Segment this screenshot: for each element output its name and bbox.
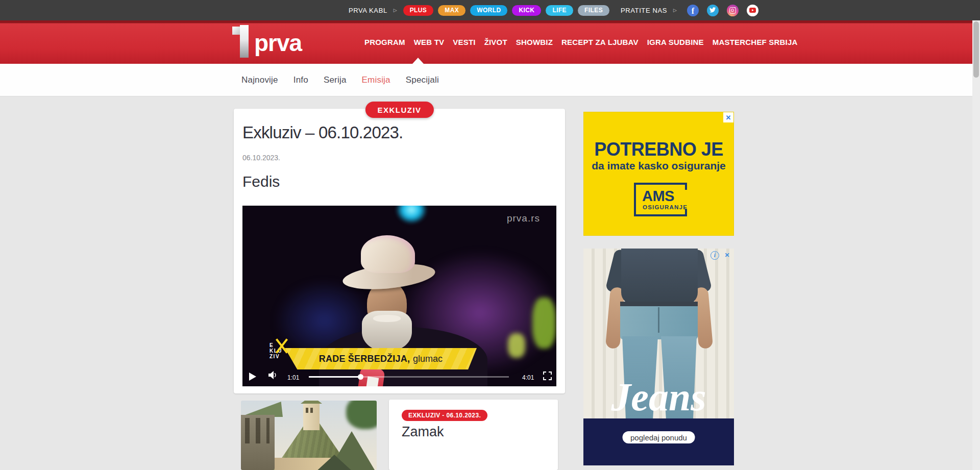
social-icons: f [687, 5, 758, 16]
article-card: EXKLUZIV Exkluziv – 06.10.2023. 06.10.20… [234, 109, 565, 393]
main-header: prva PROGRAMWEB TVVESTIŽIVOTSHOWBIZRECEP… [0, 20, 980, 64]
nav-item-igra-sudbine[interactable]: IGRA SUDBINE [647, 38, 704, 46]
video-frame-microphone [366, 377, 379, 386]
nav-item-recept-za-ljubav[interactable]: RECEPT ZA LJUBAV [561, 38, 639, 46]
prva-one-glyph [232, 25, 249, 58]
arrow-right-icon: ▷ [394, 8, 397, 13]
jeans-ad-title: Jeans [583, 375, 734, 419]
channel-pill-life[interactable]: LIFE [546, 5, 573, 16]
jeans-ad[interactable]: i ✕ Jeans pogledaj ponudu [583, 249, 734, 465]
nav-item-vesti[interactable]: VESTI [453, 38, 475, 46]
nav-item-masterchef-srbija[interactable]: MASTERCHEF SRBIJA [713, 38, 798, 46]
youtube-icon[interactable] [747, 5, 758, 16]
ad-close-icon[interactable]: ✕ [723, 112, 733, 122]
play-icon[interactable] [249, 373, 256, 381]
fullscreen-icon[interactable] [543, 372, 552, 382]
exkluziv-show-logo: EKLUZIV [270, 342, 290, 359]
jeans-cta-button[interactable]: pogledaj ponudu [622, 431, 695, 443]
ams-ad[interactable]: ✕ POTREBNO JE da imate kasko osiguranje … [583, 112, 734, 236]
video-frame-figure [508, 333, 525, 358]
main-nav: PROGRAMWEB TVVESTIŽIVOTSHOWBIZRECEPT ZA … [364, 20, 798, 64]
related-badge-label: EXKLUZIV - 06.10.2023. [408, 412, 481, 419]
progress-played [309, 376, 360, 378]
lower-third-role: glumac [413, 354, 443, 364]
channel-pill-plus[interactable]: PLUS [403, 5, 434, 16]
top-channels-bar: PRVA KABL ▷ PLUSMAXWORLDKICKLIFEFILES PR… [0, 0, 980, 20]
adchoices-info-icon[interactable]: i [710, 251, 719, 260]
exkluziv-x-icon [274, 338, 289, 354]
subnav-item-info[interactable]: Info [293, 75, 308, 85]
webtv-subnav-inner: NajnovijeInfoSerijaEmisijaSpecijali [241, 64, 439, 96]
nav-item-program[interactable]: PROGRAM [364, 38, 405, 46]
article-title: Exkluziv – 06.10.2023. [242, 123, 403, 142]
volume-icon[interactable] [268, 371, 278, 381]
ad-model [621, 249, 698, 305]
video-frame-light [396, 206, 427, 224]
nav-item-showbiz[interactable]: SHOWBIZ [516, 38, 553, 46]
prva-logo-text: prva [254, 29, 302, 57]
related-title[interactable]: Zamak [402, 424, 444, 440]
subnav-item-specijali[interactable]: Specijali [406, 75, 439, 85]
progress-bar[interactable] [309, 376, 509, 378]
thumbnail-tree [346, 401, 377, 429]
ad-close-icon[interactable]: ✕ [723, 251, 731, 259]
ams-logo: AMS OSIGURANJE [634, 183, 685, 216]
channel-pills: PLUSMAXWORLDKICKLIFEFILES [403, 5, 609, 16]
related-badge: EXKLUZIV - 06.10.2023. [402, 410, 487, 421]
channel-pill-max[interactable]: MAX [438, 5, 465, 16]
exkluziv-badge-label: EXKLUZIV [377, 106, 421, 114]
ad-model-jeans [658, 307, 659, 333]
prva-logo[interactable]: prva [232, 24, 302, 59]
exkluziv-badge: EXKLUZIV [365, 102, 433, 118]
prva-rs-watermark: prva.rs [507, 213, 540, 224]
ams-logo-subtext: OSIGURANJE [643, 204, 688, 210]
arrow-right-icon: ▷ [673, 8, 677, 13]
subnav-item-emisija[interactable]: Emisija [362, 75, 390, 85]
subnav-item-najnovije[interactable]: Najnovije [241, 75, 278, 85]
ad-choice-icons: i ✕ [710, 251, 731, 260]
jeans-cta-label: pogledaj ponudu [630, 433, 687, 442]
thumbnail-castle [241, 415, 275, 470]
video-player[interactable]: prva.rs EKLUZIV RADE ŠERBEDŽIJA, glumac … [242, 206, 556, 386]
ams-headline: POTREBNO JE [584, 139, 733, 160]
active-tab-caret [412, 58, 424, 64]
duration-time: 4:01 [522, 374, 534, 381]
lower-third-name: RADE ŠERBEDŽIJA, [319, 354, 410, 364]
nav-item-život[interactable]: ŽIVOT [484, 38, 507, 46]
lower-third-banner: RADE ŠERBEDŽIJA, glumac [285, 348, 477, 369]
video-frame-person [373, 315, 401, 322]
article-subtitle: Fedis [242, 173, 280, 190]
facebook-icon[interactable]: f [687, 5, 699, 16]
ams-logo-text: AMS [642, 188, 674, 205]
video-frame-figure [532, 298, 556, 349]
top-channels-inner: PRVA KABL ▷ PLUSMAXWORLDKICKLIFEFILES PR… [349, 0, 758, 20]
page-scrollbar[interactable] [972, 20, 980, 470]
instagram-icon[interactable] [727, 5, 739, 16]
thumbnail-castle [303, 404, 320, 430]
related-card: EXKLUZIV - 06.10.2023. Zamak [389, 400, 558, 470]
follow-us-label: PRATITE NAS [621, 7, 667, 14]
channel-pill-kick[interactable]: KICK [512, 5, 541, 16]
video-frame-person [361, 235, 415, 273]
webtv-subnav: NajnovijeInfoSerijaEmisijaSpecijali [0, 64, 980, 96]
ams-subline: da imate kasko osiguranje [584, 160, 733, 172]
scrollbar-thumb[interactable] [973, 21, 979, 78]
channel-pill-world[interactable]: WORLD [470, 5, 507, 16]
nav-item-web-tv[interactable]: WEB TV [414, 38, 445, 46]
page: PRVA KABL ▷ PLUSMAXWORLDKICKLIFEFILES PR… [0, 0, 980, 470]
current-time: 1:01 [287, 374, 299, 381]
channel-pill-files[interactable]: FILES [578, 5, 609, 16]
subnav-item-serija[interactable]: Serija [324, 75, 347, 85]
related-thumbnail[interactable] [241, 401, 377, 470]
twitter-icon[interactable] [707, 5, 719, 16]
article-date: 06.10.2023. [242, 154, 280, 162]
prva-kabl-link[interactable]: PRVA KABL [349, 7, 387, 14]
ad-model-belt [620, 302, 698, 306]
